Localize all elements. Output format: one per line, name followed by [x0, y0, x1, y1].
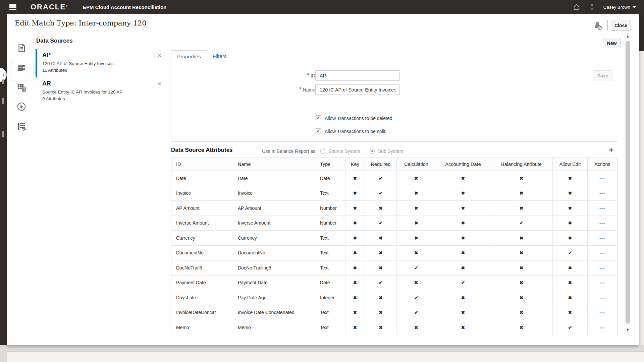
attribute-type: Number [315, 216, 345, 231]
row-actions-button[interactable]: ••• [599, 311, 605, 315]
attribute-name: Invoice Date Concatenated [233, 305, 315, 320]
manual-match-icon[interactable] [16, 102, 26, 112]
check-icon: ✔ [568, 250, 572, 255]
row-actions-button[interactable]: ••• [599, 236, 605, 240]
checkbox-row-1: ✔Allow Transactions to be deleted [316, 115, 392, 121]
row-actions-button[interactable]: ••• [599, 177, 605, 181]
cell-balancing-attribute: ✖ [490, 231, 553, 246]
cross-icon: ✖ [520, 236, 523, 241]
data-source-attribute-count: 11 Attributes [42, 68, 170, 73]
scroll-up-icon[interactable]: ▲ [625, 34, 631, 38]
cell-allow-edit: ✖ [553, 305, 588, 320]
app-title: EPM Cloud Account Reconciliation [83, 4, 166, 10]
cross-icon: ✖ [520, 280, 523, 285]
cell-allow-edit: ✔ [553, 245, 588, 260]
adjustment-types-icon[interactable] [16, 121, 26, 131]
row-actions-button[interactable]: ••• [599, 266, 605, 270]
checkbox[interactable]: ✔ [316, 115, 321, 121]
radio-source-system[interactable] [320, 148, 325, 154]
background-nav-strip: i [0, 14, 7, 362]
cross-icon: ✖ [379, 265, 382, 270]
data-source-item-ap[interactable]: AP120 IC AP of Source Entity Invoices11 … [36, 49, 170, 77]
cell-required: ✖ [365, 320, 397, 335]
cross-icon: ✖ [520, 325, 523, 330]
scrollbar-thumb[interactable] [626, 41, 630, 324]
cell-key: ✖ [345, 186, 365, 201]
attribute-id: InvoiceDateConcat [171, 305, 233, 320]
cell-actions: ••• [588, 290, 618, 305]
properties-panel: Save *ID *Name Use in Balance Report as … [171, 63, 617, 142]
cell-allow-edit: ✖ [553, 275, 588, 290]
attribute-type: Date [315, 275, 345, 290]
cell-balancing-attribute: ✔ [490, 216, 553, 231]
name-input[interactable] [315, 84, 400, 95]
tab-properties[interactable]: Properties [171, 50, 207, 63]
match-type-properties-icon[interactable] [16, 43, 26, 53]
new-data-source-button[interactable]: New [603, 38, 621, 48]
cross-icon: ✖ [520, 176, 523, 181]
checkbox[interactable]: ✔ [316, 128, 321, 134]
cross-icon: ✖ [353, 265, 357, 270]
hamburger-menu-icon[interactable] [9, 4, 16, 10]
attribute-name: Memo [233, 320, 315, 335]
data-source-name: 120 IC AP of Source Entity Invoices [42, 61, 170, 66]
cell-calculation: ✖ [397, 320, 436, 335]
table-row: Inverse AmountInverse AmountNumber✖✔✖✖✔✖… [171, 216, 618, 231]
add-attribute-icon[interactable]: + [609, 145, 613, 155]
check-icon: ✔ [317, 116, 320, 120]
cross-icon: ✖ [353, 191, 357, 196]
cross-icon: ✖ [520, 310, 523, 315]
check-icon: ✔ [317, 129, 320, 133]
cell-balancing-attribute: ✖ [490, 245, 553, 260]
table-row: AP AmountAP AmountNumber✖✖✖✖✖✖••• [171, 201, 618, 216]
cell-required: ✔ [365, 186, 397, 201]
cell-actions: ••• [588, 201, 618, 216]
data-source-item-ar[interactable]: ARSource Entity IC AR Invoices for 120 A… [36, 77, 170, 106]
row-actions-button[interactable]: ••• [599, 326, 605, 330]
row-actions-button[interactable]: ••• [599, 296, 605, 300]
save-button[interactable]: Save [593, 70, 612, 81]
close-button[interactable]: Close [611, 20, 631, 31]
cell-calculation: ✖ [397, 216, 436, 231]
cell-required: ✖ [365, 231, 397, 246]
tab-filters[interactable]: Filters [207, 50, 232, 63]
cross-icon: ✖ [414, 206, 418, 211]
cross-icon: ✖ [568, 265, 572, 270]
detail-tabs: PropertiesFilters [171, 50, 232, 63]
cell-balancing-attribute: ✖ [490, 260, 553, 276]
close-icon[interactable]: ✕ [157, 52, 162, 59]
id-input[interactable] [315, 70, 400, 81]
user-menu[interactable]: Casey Brown [603, 5, 636, 10]
close-icon[interactable]: ✕ [157, 81, 162, 87]
cross-icon: ✖ [461, 310, 465, 315]
accessibility-icon[interactable] [588, 3, 596, 11]
cell-actions: ••• [588, 260, 618, 276]
check-icon: ✔ [461, 280, 465, 285]
auto-match-rules-icon[interactable] [16, 82, 26, 93]
row-actions-button[interactable]: ••• [599, 251, 605, 255]
scroll-down-icon[interactable]: ▼ [625, 328, 631, 332]
row-actions-button[interactable]: ••• [599, 191, 605, 195]
cell-balancing-attribute: ✖ [490, 171, 553, 186]
attribute-type: Integer [315, 290, 345, 305]
vertical-scrollbar[interactable]: ▲ ▼ [625, 33, 630, 335]
attribute-name: Payment Date [233, 275, 315, 290]
attribute-name: Invoice [233, 186, 315, 201]
attribute-name: Inverse Amount [233, 216, 315, 231]
cell-accounting-date: ✖ [436, 171, 490, 186]
cross-icon: ✖ [414, 191, 418, 196]
user-assistance-icon[interactable] [594, 21, 602, 31]
row-actions-button[interactable]: ••• [599, 206, 605, 210]
page-title: Edit Match Type: Inter-company 120 [15, 19, 147, 27]
cell-accounting-date: ✖ [436, 231, 490, 246]
home-icon[interactable] [573, 3, 581, 11]
row-actions-button[interactable]: ••• [599, 221, 605, 225]
cross-icon: ✖ [461, 295, 465, 300]
cross-icon: ✖ [461, 176, 465, 181]
cross-icon: ✖ [379, 206, 382, 211]
radio-sub-system[interactable] [370, 148, 375, 154]
cross-icon: ✖ [353, 176, 357, 181]
data-sources-icon[interactable] [16, 63, 26, 73]
row-actions-button[interactable]: ••• [599, 281, 605, 285]
cross-icon: ✖ [379, 325, 382, 330]
